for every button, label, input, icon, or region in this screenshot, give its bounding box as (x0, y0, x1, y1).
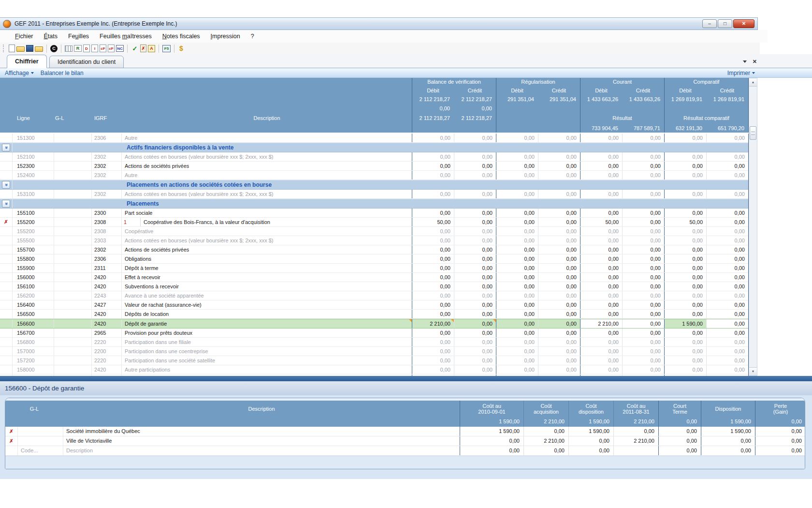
detail-value-cell[interactable]: 0,00 (613, 427, 658, 436)
detail-value-cell[interactable]: 0,00 (701, 436, 755, 446)
description-cell[interactable]: Autre (122, 134, 412, 142)
grid-cell[interactable]: 0,00 (496, 347, 538, 356)
ligne-cell[interactable]: 156800 (13, 338, 54, 346)
description-cell[interactable]: Participation dans une société satellite (122, 356, 412, 365)
grid-cell[interactable]: 0,00 (538, 329, 580, 337)
gl-cell[interactable] (54, 356, 92, 365)
grid-cell[interactable]: 0,00 (496, 209, 538, 217)
grid-cell[interactable]: 0,00 (496, 273, 538, 282)
table-row[interactable]: 1565002420Dépôts de location0,000,000,00… (0, 310, 748, 319)
detail-gl-cell[interactable]: Code... (18, 446, 63, 455)
grid-cell[interactable]: 0,00 (454, 162, 496, 170)
ligne-cell[interactable]: 156500 (13, 310, 54, 318)
grid-cell[interactable]: 0,00 (706, 134, 748, 142)
scroll-up-icon[interactable]: ▲ (749, 78, 757, 87)
description-cell[interactable]: Valeur de rachat (assurance-vie) (122, 300, 412, 309)
grid-cell[interactable]: 0,00 (412, 356, 454, 365)
table-row[interactable]: 1558002306Obligations0,000,000,000,000,0… (0, 254, 748, 264)
grid-cell[interactable]: 0,00 (664, 162, 706, 170)
table-row[interactable]: 1562002243Avance à une société apparenté… (0, 291, 748, 300)
table-row[interactable]: 1555002303Actions cotées en bourses (val… (0, 236, 748, 245)
table-row[interactable]: 1567002965Provision pour prêts douteux0,… (0, 329, 748, 338)
ligne-cell[interactable]: 156100 (13, 282, 54, 291)
grid-cell[interactable]: 0,00 (706, 282, 748, 291)
grid-cell[interactable]: 0,00 (622, 300, 664, 309)
gl-cell[interactable] (54, 245, 92, 254)
grid-cell[interactable]: 0,00 (538, 356, 580, 365)
igrf-cell[interactable]: 2420 (92, 365, 122, 374)
ligne-cell[interactable]: 156200 (13, 291, 54, 300)
grid-cell[interactable]: 0,00 (454, 134, 496, 142)
table-row[interactable]: 1572002220Participation dans une société… (0, 356, 748, 365)
description-cell[interactable]: Provision pour prêts douteux (122, 329, 412, 337)
grid-cell[interactable]: 0,00 (412, 329, 454, 337)
grid-cell[interactable]: 0,00 (454, 190, 496, 198)
grid-cell[interactable]: 0,00 (622, 273, 664, 282)
grid-cell[interactable]: 0,00 (412, 338, 454, 346)
description-cell[interactable]: Actions de sociétés privées (122, 245, 412, 254)
grid-cell[interactable]: 0,00 (580, 209, 622, 217)
grid-cell[interactable]: 0,00 (454, 171, 496, 179)
ligne-cell[interactable]: 155500 (13, 236, 54, 245)
description-cell[interactable]: 1Coopérative des Bois-Francs, à la valeu… (122, 218, 412, 226)
grid-cell[interactable]: 0,00 (580, 134, 622, 142)
grid-cell[interactable]: 0,00 (664, 254, 706, 263)
grid-cell[interactable]: 0,00 (538, 209, 580, 217)
ligne-cell[interactable]: 158000 (13, 365, 54, 374)
grid-cell[interactable]: 0,00 (580, 236, 622, 245)
f5-window-icon[interactable]: F5 (162, 45, 171, 52)
grid-cell[interactable]: 0,00 (454, 245, 496, 254)
grid-cell[interactable]: 0,00 (664, 329, 706, 337)
balancer-le-bilan-link[interactable]: Balancer le bilan (41, 70, 84, 76)
grid-cell[interactable]: 0,00 (622, 282, 664, 291)
grid-cell[interactable]: 0,00 (412, 273, 454, 282)
grid-cell[interactable]: 0,00 (496, 329, 538, 337)
new-document-icon[interactable] (9, 45, 15, 52)
description-cell[interactable]: Dépôt à terme (122, 264, 412, 272)
grid-cell[interactable]: 0,00 (622, 338, 664, 346)
gl-cell[interactable] (54, 319, 92, 328)
grid-cell[interactable]: 0,00 (538, 190, 580, 198)
ligne-cell[interactable]: 157000 (13, 347, 54, 356)
gl-cell[interactable] (54, 152, 92, 161)
delete-icon[interactable]: ✗ (0, 218, 13, 226)
grid-cell[interactable]: 0,00 (664, 190, 706, 198)
grid-cell[interactable]: 0,00 (496, 254, 538, 263)
description-cell[interactable]: Actions cotées en bourses (valeur boursi… (122, 190, 412, 198)
grid-cell[interactable]: 0,00 (706, 254, 748, 263)
grid-cell[interactable]: 0,00 (706, 245, 748, 254)
grid-cell[interactable]: 0,00 (622, 245, 664, 254)
table-row[interactable]: 1513002306Autre0,000,000,000,000,000,000… (0, 134, 748, 143)
gl-cell[interactable] (54, 273, 92, 282)
grid-cell[interactable]: 0,00 (622, 254, 664, 263)
igrf-cell[interactable]: 2303 (92, 236, 122, 245)
grid-cell[interactable]: 0,00 (706, 264, 748, 272)
table-row[interactable]: 1531002302Actions cotées en bourses (val… (0, 190, 748, 199)
grid-cell[interactable]: 0,00 (538, 171, 580, 179)
grid-cell[interactable]: 0,00 (706, 190, 748, 198)
table-row[interactable]: ✗15520023081Coopérative des Bois-Francs,… (0, 218, 748, 227)
ligne-cell[interactable]: 153100 (13, 190, 54, 198)
grid-cell[interactable]: 0,00 (706, 152, 748, 161)
igrf-cell[interactable]: 2302 (92, 162, 122, 170)
grid-cell[interactable]: 0,00 (664, 209, 706, 217)
igrf-cell[interactable]: 2308 (92, 227, 122, 236)
ligne-cell[interactable]: 152300 (13, 162, 54, 170)
grid-cell[interactable]: 0,00 (454, 319, 496, 328)
gl-cell[interactable] (54, 190, 92, 198)
ligne-cell[interactable]: 157200 (13, 356, 54, 365)
grid-cell[interactable]: 0,00 (580, 162, 622, 170)
tab-chiffrier[interactable]: Chiffrier (7, 55, 47, 68)
grid-cell[interactable]: 0,00 (580, 264, 622, 272)
grid-cell[interactable]: 0,00 (706, 356, 748, 365)
grid-cell[interactable]: 0,00 (580, 365, 622, 374)
igrf-cell[interactable]: 2302 (92, 190, 122, 198)
group-row[interactable]: »Actifs financiers disponibles à la vent… (0, 143, 748, 152)
grid-cell[interactable]: 0,00 (412, 282, 454, 291)
grid-cell[interactable]: 50,00 (580, 218, 622, 226)
table-row[interactable]: 1559002311Dépôt à terme0,000,000,000,000… (0, 264, 748, 273)
description-cell[interactable]: Dépôt de garantie (122, 319, 412, 328)
detail-value-cell[interactable]: 0,00 (701, 446, 755, 455)
grid-cell[interactable]: 0,00 (496, 356, 538, 365)
ligne-cell[interactable]: 155200 (13, 227, 54, 236)
